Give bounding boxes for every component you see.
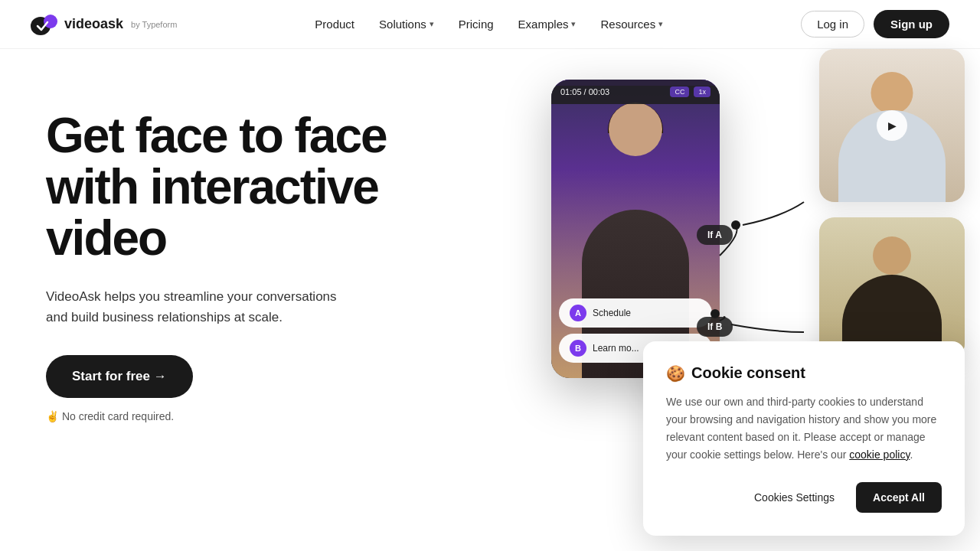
if-b-label: If B (697, 317, 733, 337)
nav-product[interactable]: Product (305, 13, 364, 35)
cookie-emoji: 🍪 (666, 364, 685, 383)
phone-header: 01:05 / 00:03 CC 1x (551, 80, 720, 104)
hero-title: Get face to face with interactive video (46, 110, 429, 265)
nav-pricing[interactable]: Pricing (449, 13, 503, 35)
phone-mockup: 01:05 / 00:03 CC 1x A Schedule B Learn m (551, 80, 720, 378)
phone-speed: 1x (694, 86, 710, 97)
card-bottom-right (819, 217, 965, 359)
nav-actions: Log in Sign up (801, 10, 949, 38)
chevron-icon: ▾ (658, 19, 663, 29)
option-text-a: Schedule (593, 308, 631, 318)
card-woman-bg: ▶ (819, 49, 965, 202)
signup-button[interactable]: Sign up (874, 10, 949, 38)
option-badge-b: B (570, 340, 586, 357)
hero-section: Get face to face with interactive video … (46, 95, 429, 422)
cookie-body: We use our own and third-party cookies t… (666, 393, 942, 464)
hero-description: VideoAsk helps you streamline your conve… (46, 286, 352, 328)
cookies-settings-button[interactable]: Cookies Settings (742, 482, 847, 513)
no-credit-text: ✌ No credit card required. (46, 410, 429, 422)
option-badge-a: A (570, 305, 586, 321)
card-top-right: ▶ (819, 49, 965, 202)
phone-cc: CC (670, 86, 689, 97)
cookie-actions: Cookies Settings Accept All (666, 482, 942, 513)
person-head (609, 103, 662, 156)
card-person3-bg (819, 217, 965, 359)
svg-point-1 (44, 15, 57, 28)
option-text-b: Learn mo... (593, 343, 639, 354)
start-free-button[interactable]: Start for free → (46, 355, 193, 398)
chevron-icon: ▾ (430, 19, 434, 29)
phone-option-a[interactable]: A Schedule (559, 298, 712, 328)
chevron-icon: ▾ (571, 19, 576, 29)
cookie-policy-link[interactable]: cookie policy (849, 448, 910, 461)
nav-examples[interactable]: Examples ▾ (509, 13, 586, 35)
nav-solutions[interactable]: Solutions ▾ (370, 13, 443, 35)
phone-time: 01:05 / 00:03 (560, 87, 609, 96)
logo-by: by Typeform (131, 20, 177, 29)
play-button[interactable]: ▶ (877, 110, 907, 141)
logo-text: videoask (64, 16, 123, 32)
cookie-modal: 🍪 Cookie consent We use our own and thir… (643, 341, 965, 536)
logo[interactable]: videoask by Typeform (31, 14, 177, 35)
navbar: videoask by Typeform Product Solutions ▾… (0, 0, 980, 49)
nav-links: Product Solutions ▾ Pricing Examples ▾ R… (305, 13, 672, 35)
if-a-label: If A (697, 225, 733, 245)
phone-controls: CC 1x (670, 86, 710, 97)
login-button[interactable]: Log in (801, 11, 864, 37)
nav-resources[interactable]: Resources ▾ (591, 13, 672, 35)
cookie-title: 🍪 Cookie consent (666, 364, 942, 383)
accept-all-button[interactable]: Accept All (856, 482, 942, 513)
connection-dot-1 (731, 220, 740, 230)
logo-icon (31, 14, 58, 35)
